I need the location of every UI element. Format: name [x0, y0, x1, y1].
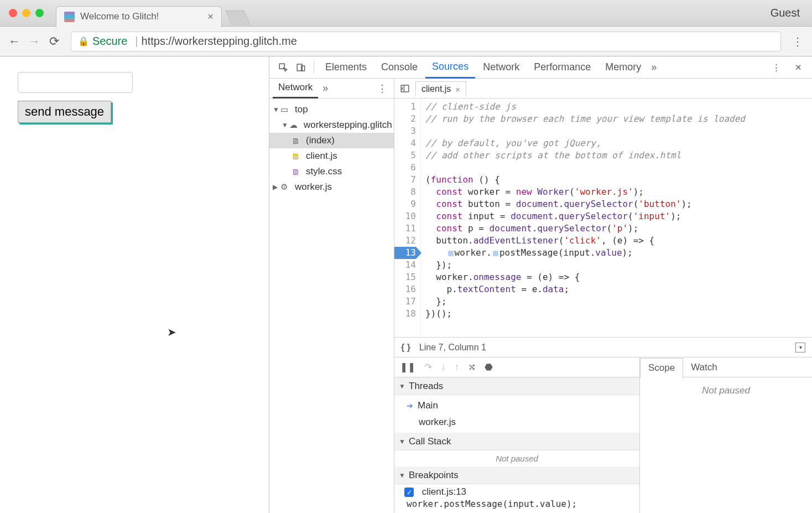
- tab-console[interactable]: Console: [374, 56, 424, 79]
- maximize-window-icon[interactable]: [35, 9, 44, 17]
- browser-menu-icon[interactable]: ⋮: [789, 35, 806, 48]
- tab-elements[interactable]: Elements: [319, 56, 373, 79]
- breakpoints-section: ▼Breakpoints ✓ client.js:13 worker.postM…: [394, 467, 639, 511]
- tab-sources[interactable]: Sources: [425, 56, 475, 79]
- devtools: Elements Console Sources Network Perform…: [269, 56, 812, 513]
- tab-favicon-icon: [64, 12, 75, 22]
- devtools-settings-icon[interactable]: ⋮: [768, 59, 784, 76]
- source-editor-area: client.js × 1234 5678 9101112 13 1415161…: [394, 79, 812, 513]
- tree-top[interactable]: ▼▭top: [269, 102, 394, 117]
- thread-worker[interactable]: worker.js: [394, 414, 639, 431]
- frame-icon: ▭: [280, 105, 292, 115]
- browser-toolbar: ← → ⟳ 🔒 Secure | https://workerstepping.…: [0, 27, 812, 56]
- devtools-tabbar: Elements Console Sources Network Perform…: [269, 56, 812, 79]
- back-button[interactable]: ←: [6, 33, 23, 50]
- window-titlebar: Welcome to Glitch! × Guest: [0, 0, 812, 27]
- breakpoint-item[interactable]: ✓ client.js:13 worker.postMessage(input.…: [394, 484, 639, 511]
- threads-section: ▼Threads ➔Main worker.js: [394, 377, 639, 433]
- editor-status-bar: { } Line 7, Column 1 ▾: [394, 337, 812, 357]
- file-tab-clientjs[interactable]: client.js ×: [415, 81, 466, 96]
- tree-worker[interactable]: ▶⚙worker.js: [269, 179, 394, 195]
- cursor-position: Line 7, Column 1: [419, 343, 486, 353]
- message-input[interactable]: [18, 72, 133, 93]
- tab-memory[interactable]: Memory: [598, 56, 648, 79]
- browser-tab[interactable]: Welcome to Glitch! ×: [56, 6, 222, 27]
- sources-navigator: Network » ⋮ ▼▭top ▼☁workerstepping.glitc…: [269, 79, 394, 513]
- tab-scope[interactable]: Scope: [640, 358, 683, 378]
- url-text: https://workerstepping.glitch.me: [142, 35, 297, 48]
- callstack-state: Not paused: [394, 450, 639, 467]
- file-icon: 🗎: [292, 136, 303, 146]
- new-tab-button[interactable]: [226, 11, 251, 25]
- forward-button[interactable]: →: [25, 33, 43, 50]
- navigator-menu-icon[interactable]: ⋮: [374, 82, 391, 95]
- close-window-icon[interactable]: [9, 9, 17, 17]
- callstack-section: ▼Call Stack Not paused: [394, 433, 639, 467]
- tab-watch[interactable]: Watch: [683, 357, 725, 377]
- address-bar[interactable]: 🔒 Secure | https://workerstepping.glitch…: [71, 32, 781, 51]
- tree-domain[interactable]: ▼☁workerstepping.glitch: [269, 117, 394, 133]
- mouse-cursor-icon: ➤: [167, 325, 176, 339]
- step-out-icon[interactable]: ↑: [455, 362, 460, 373]
- pause-icon[interactable]: ❚❚: [400, 361, 415, 373]
- separator: [314, 61, 314, 74]
- tab-close-icon[interactable]: ×: [202, 11, 214, 23]
- deactivate-breakpoints-icon[interactable]: ⤭: [468, 361, 476, 373]
- tree-file-clientjs[interactable]: 🗎client.js: [269, 148, 394, 164]
- devtools-close-icon[interactable]: ✕: [790, 59, 806, 76]
- reload-button[interactable]: ⟳: [45, 33, 63, 50]
- file-tab-close-icon[interactable]: ×: [455, 85, 460, 94]
- device-toolbar-icon[interactable]: [293, 59, 309, 76]
- send-message-button[interactable]: send message: [18, 101, 111, 123]
- debugger-panes: ❚❚ ↷ ↓ ↑ ⤭ ⬣ ▼Threads ➔Main: [394, 357, 812, 513]
- pause-on-exceptions-icon[interactable]: ⬣: [485, 361, 493, 373]
- tree-file-index[interactable]: 🗎(index): [269, 133, 394, 148]
- tab-performance[interactable]: Performance: [527, 56, 597, 79]
- file-tree: ▼▭top ▼☁workerstepping.glitch 🗎(index) 🗎…: [269, 99, 394, 513]
- gear-icon: ⚙: [280, 182, 292, 192]
- tab-title: Welcome to Glitch!: [80, 11, 159, 22]
- more-tabs-icon[interactable]: »: [651, 61, 657, 73]
- js-file-icon: 🗎: [292, 152, 303, 161]
- navigator-tab-network[interactable]: Network: [273, 79, 318, 99]
- pretty-print-icon[interactable]: { }: [401, 343, 410, 353]
- lock-icon: 🔒: [78, 36, 89, 46]
- tree-file-stylecss[interactable]: 🗎style.css: [269, 164, 394, 179]
- line-gutter[interactable]: 1234 5678 9101112 13 1415161718: [394, 99, 421, 337]
- breakpoint-checkbox[interactable]: ✓: [404, 488, 414, 497]
- step-over-icon[interactable]: ↷: [424, 361, 432, 373]
- navigator-more-icon[interactable]: »: [322, 82, 328, 94]
- rendered-page: send message ➤: [0, 56, 269, 513]
- status-dropdown-icon[interactable]: ▾: [795, 343, 805, 353]
- toggle-navigator-icon[interactable]: [398, 84, 412, 94]
- step-into-icon[interactable]: ↓: [441, 362, 446, 373]
- separator: |: [135, 35, 138, 48]
- css-file-icon: 🗎: [292, 167, 303, 177]
- thread-main[interactable]: ➔Main: [394, 397, 639, 414]
- tab-network[interactable]: Network: [476, 56, 526, 79]
- debugger-toolbar: ❚❚ ↷ ↓ ↑ ⤭ ⬣: [394, 357, 639, 377]
- traffic-lights: [9, 9, 44, 17]
- code-editor[interactable]: // client-side js// run by the browser e…: [421, 99, 812, 337]
- inspect-element-icon[interactable]: [275, 59, 292, 76]
- breakpoint-marker[interactable]: 13: [394, 247, 416, 259]
- secure-label: Secure: [92, 35, 127, 48]
- cloud-icon: ☁: [289, 120, 300, 130]
- scope-state: Not paused: [640, 377, 812, 513]
- profile-label[interactable]: Guest: [771, 7, 800, 19]
- minimize-window-icon[interactable]: [22, 9, 30, 17]
